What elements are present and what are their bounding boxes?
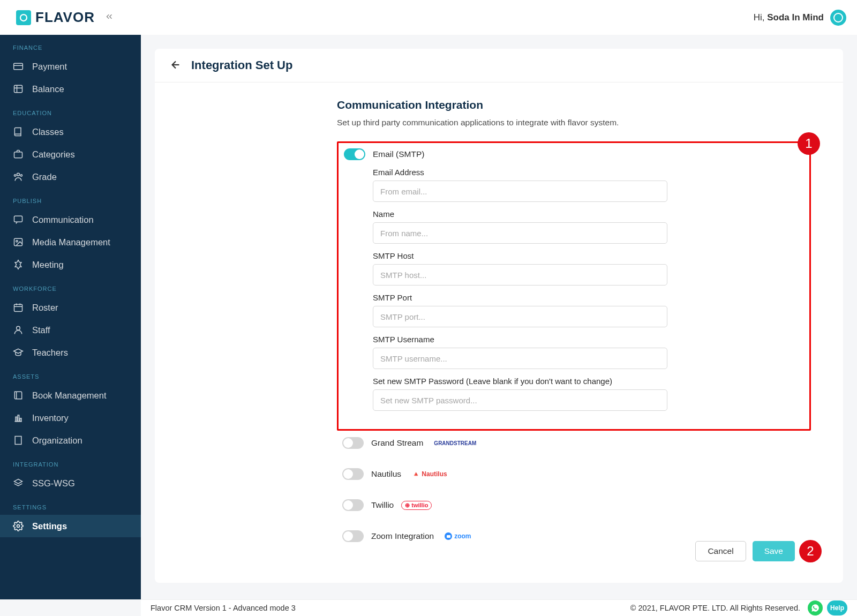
smtp-form: Email Address Name SMTP Host SMTP Port [344,168,809,411]
svg-rect-11 [14,238,22,245]
sidebar-section: ASSETS [0,364,141,384]
cancel-button[interactable]: Cancel [695,541,746,561]
sidebar-item-label: Grade [32,172,57,182]
smtp-port-label: SMTP Port [373,293,809,302]
integration-label: Grand Stream [371,438,423,448]
sidebar: FINANCEPaymentBalanceEDUCATIONClassesCat… [0,35,141,599]
svg-point-9 [20,175,22,176]
back-arrow-icon[interactable] [170,59,182,72]
sidebar-item-teachers[interactable]: Teachers [0,341,141,364]
twillio-brand-icon: ⊕ twillio [401,501,432,510]
sidebar-section: FINANCE [0,35,141,55]
sidebar-item-inventory[interactable]: Inventory [0,407,141,429]
svg-point-30 [17,525,20,528]
sidebar-item-settings[interactable]: Settings [0,515,141,537]
save-button[interactable]: Save [753,541,795,561]
smtp-username-input[interactable] [373,348,667,369]
sidebar-item-payment[interactable]: Payment [0,55,141,78]
section-desc: Set up third party communication applica… [337,118,811,127]
smtp-toggle[interactable] [344,148,365,160]
sidebar-item-organization[interactable]: Organization [0,429,141,452]
book-icon [13,126,24,137]
video-icon [13,259,24,270]
svg-rect-3 [14,85,22,92]
page-title: Integration Set Up [191,58,292,72]
nautilus-toggle[interactable] [342,468,364,480]
nautilus-brand-icon: 🔺 Nautilus [409,470,450,478]
svg-point-0 [20,14,27,21]
sidebar-item-balance[interactable]: Balance [0,78,141,100]
svg-rect-1 [14,63,23,70]
sidebar-item-label: Payment [32,62,67,72]
svg-rect-20 [18,415,19,422]
svg-rect-21 [20,418,21,422]
smtp-host-label: SMTP Host [373,251,809,260]
integration-row-nautilus: Nautilus🔺 Nautilus [342,468,811,480]
sidebar-item-label: Media Management [32,237,110,247]
integration-label: Twillio [371,500,394,510]
sidebar-item-label: Balance [32,84,64,94]
whatsapp-icon[interactable] [808,600,823,615]
person-icon [13,325,24,335]
sidebar-item-meeting[interactable]: Meeting [0,253,141,276]
svg-point-12 [16,241,18,242]
chat-icon [13,214,24,225]
sidebar-item-classes[interactable]: Classes [0,121,141,143]
chart-icon [13,412,24,423]
integration-label: Zoom Integration [371,531,434,541]
credit-card-icon [13,61,24,72]
sidebar-item-roster[interactable]: Roster [0,296,141,319]
smtp-toggle-label: Email (SMTP) [373,149,424,159]
sidebar-item-label: SSG-WSG [32,478,75,489]
integration-row-zoom-integration: Zoom Integrationzoom [342,530,811,542]
sidebar-collapse-icon[interactable] [104,12,114,23]
annotation-1: 1 [798,132,820,155]
sidebar-item-label: Roster [32,303,58,313]
sidebar-item-grade[interactable]: Grade [0,166,141,188]
name-input[interactable] [373,222,667,244]
sidebar-item-label: Teachers [32,348,68,358]
sidebar-section: WORKFORCE [0,276,141,296]
logo-mark-icon [16,10,31,25]
svg-marker-29 [14,479,22,484]
avatar[interactable] [830,10,846,26]
table-icon [13,84,24,94]
grad-icon [13,347,24,358]
zoom-integration-brand-icon: zoom [441,532,474,540]
smtp-host-input[interactable] [373,264,667,286]
sidebar-item-label: Classes [32,127,64,137]
layers-icon [13,478,24,489]
smtp-port-input[interactable] [373,306,667,327]
sidebar-section: INTEGRATION [0,452,141,472]
sidebar-item-communication[interactable]: Communication [0,208,141,231]
grand-stream-toggle[interactable] [342,437,364,449]
twillio-toggle[interactable] [342,499,364,511]
sidebar-item-media-management[interactable]: Media Management [0,231,141,253]
svg-point-8 [14,175,16,176]
zoom-integration-toggle[interactable] [342,530,364,542]
grand-stream-brand-icon: GRANDSTREAM [431,440,479,447]
sidebar-item-label: Categories [32,149,75,160]
svg-rect-10 [14,216,22,222]
briefcase-icon [13,149,24,160]
email-address-input[interactable] [373,181,667,202]
sidebar-section: PUBLISH [0,188,141,208]
building-icon [13,435,24,446]
main-card: Integration Set Up Communication Integra… [155,49,843,583]
svg-point-7 [17,173,20,176]
help-button[interactable]: Help [827,600,847,615]
footer-version: Flavor CRM Version 1 - Advanced mode 3 [151,604,296,612]
sidebar-item-staff[interactable]: Staff [0,319,141,341]
logo[interactable]: FLAVOR [16,9,95,26]
smtp-password-input[interactable] [373,389,667,411]
people-icon [13,171,24,182]
smtp-password-label: Set new SMTP Password (Leave blank if yo… [373,377,809,386]
sidebar-item-book-management[interactable]: Book Management [0,384,141,407]
sidebar-item-label: Inventory [32,413,69,423]
topbar: FLAVOR Hi, Soda In Mind [0,0,857,35]
svg-rect-6 [14,152,22,158]
sidebar-item-ssg-wsg[interactable]: SSG-WSG [0,472,141,494]
sidebar-item-categories[interactable]: Categories [0,143,141,166]
smtp-box: 1 Email (SMTP) Email Address Name S [337,141,811,431]
svg-rect-19 [16,417,17,421]
